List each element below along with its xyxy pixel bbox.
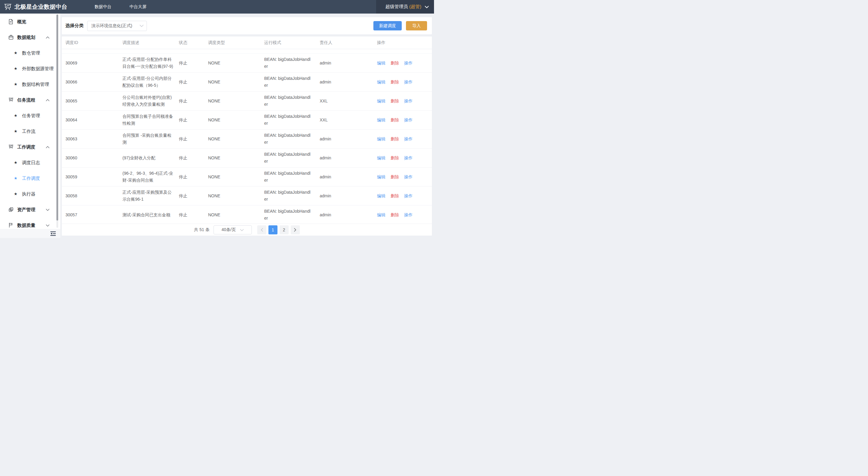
- table-row: 30059(96-2、96-3、96-4)正式-业财-采购合同台账停止NONEB…: [62, 168, 432, 186]
- operate-link[interactable]: 操作: [404, 193, 412, 199]
- schedule-table: 调度ID 调度描述 状态 调度类型 运行模式 责任人 操作 30069正式-应用…: [62, 36, 432, 236]
- user-name: 超级管理员 (超管): [385, 4, 421, 10]
- operate-link[interactable]: 操作: [404, 116, 412, 124]
- sidebar-group[interactable]: 概览: [0, 14, 60, 30]
- edit-link[interactable]: 编辑: [377, 98, 385, 105]
- cell-schedule-id: 30064: [65, 116, 122, 124]
- sidebar-item[interactable]: ★数据结构管理: [0, 76, 60, 92]
- sidebar-item[interactable]: ★外部数据源管理: [0, 61, 60, 76]
- category-select-value: 演示环境信息化(正式): [91, 23, 132, 29]
- edit-link[interactable]: 编辑: [377, 136, 385, 142]
- operate-link[interactable]: 操作: [404, 173, 412, 180]
- operate-link[interactable]: 操作: [404, 211, 412, 218]
- cell-type: NONE: [208, 98, 264, 105]
- cell-type: NONE: [208, 79, 264, 86]
- sidebar-group[interactable]: 资产管理: [0, 202, 60, 217]
- sidebar-footer: [0, 229, 60, 238]
- total-count: 共 51 条: [194, 227, 209, 233]
- sidebar-item[interactable]: ★执行器: [0, 186, 60, 202]
- sidebar-scrollbar-thumb[interactable]: [56, 14, 58, 220]
- next-page-button[interactable]: [291, 225, 300, 234]
- main-content: 选择分类 演示环境信息化(正式) 新建调度 导入 调度ID 调度描述 状态 调度…: [60, 13, 434, 238]
- delete-link[interactable]: 删除: [391, 155, 399, 162]
- sidebar-scrollbar: [56, 14, 58, 228]
- delete-link[interactable]: 删除: [391, 136, 399, 142]
- page-buttons: 12: [257, 225, 300, 234]
- cell-actions: 编辑删除操作: [377, 79, 432, 86]
- delete-link[interactable]: 删除: [391, 60, 399, 67]
- edit-link[interactable]: 编辑: [377, 173, 385, 180]
- operate-link[interactable]: 操作: [404, 60, 412, 67]
- layers-icon: [8, 207, 13, 212]
- chevron-down-icon: [46, 209, 50, 211]
- operate-link[interactable]: 操作: [404, 155, 412, 162]
- collapse-sidebar-button[interactable]: [50, 231, 56, 236]
- delete-link[interactable]: 删除: [391, 173, 399, 180]
- col-header-mode: 运行模式: [264, 40, 320, 45]
- col-header-status: 状态: [179, 40, 208, 45]
- sidebar-group[interactable]: 工作调度: [0, 139, 60, 155]
- edit-link[interactable]: 编辑: [377, 60, 385, 67]
- sidebar-group[interactable]: 数据规划: [0, 30, 60, 45]
- sidebar-item-label: 外部数据源管理: [22, 66, 54, 72]
- create-schedule-button[interactable]: 新建调度: [373, 21, 402, 30]
- cell-schedule-id: 30057: [65, 211, 122, 218]
- edit-link[interactable]: 编辑: [377, 116, 385, 124]
- sidebar-item[interactable]: ★工作流: [0, 124, 60, 139]
- app-header: 北极星企业数据中台 数据中台 中台大屏 超级管理员 (超管): [0, 0, 434, 13]
- cell-description: 合同预算台账子合同额准备性检测: [122, 113, 174, 127]
- cell-description: 正式-应用层-分配协作单科目台账-一次分配台账(97-9): [122, 56, 174, 70]
- col-header-actions: 操作: [377, 40, 432, 45]
- operate-link[interactable]: 操作: [404, 98, 412, 105]
- cell-status: 停止: [179, 98, 208, 105]
- table-row: 30060(97)业财收入分配停止NONEBEAN: bigDataJobHan…: [62, 148, 432, 168]
- cell-status: 停止: [179, 193, 208, 199]
- cell-type: NONE: [208, 211, 264, 218]
- cell-owner: admin: [320, 193, 377, 199]
- top-nav: 数据中台 中台大屏: [94, 3, 147, 11]
- category-select[interactable]: 演示环境信息化(正式): [87, 21, 147, 31]
- page-button-2[interactable]: 2: [280, 225, 289, 234]
- nav-item-data-platform[interactable]: 数据中台: [94, 3, 112, 11]
- col-header-desc: 调度描述: [122, 40, 179, 45]
- col-header-type: 调度类型: [208, 40, 264, 45]
- cell-schedule-id: 30069: [65, 60, 122, 67]
- chevron-down-icon: [425, 4, 429, 9]
- page-size-select[interactable]: 40条/页: [214, 225, 252, 234]
- sidebar-item-active[interactable]: ★工作调度: [0, 171, 60, 186]
- operate-link[interactable]: 操作: [404, 79, 412, 86]
- table-header-spacer: [62, 49, 432, 54]
- cell-run-mode: BEAN: bigDataJobHandler: [264, 56, 312, 70]
- edit-link[interactable]: 编辑: [377, 155, 385, 162]
- edit-link[interactable]: 编辑: [377, 193, 385, 199]
- nav-item-dashboard[interactable]: 中台大屏: [129, 3, 147, 11]
- star-icon: ★: [14, 113, 18, 118]
- delete-link[interactable]: 删除: [391, 79, 399, 86]
- sidebar-group[interactable]: 任务流程: [0, 92, 60, 108]
- star-icon: ★: [14, 160, 18, 165]
- sidebar-item[interactable]: ★任务管理: [0, 108, 60, 124]
- sidebar-item[interactable]: ★数仓管理: [0, 45, 60, 61]
- delete-link[interactable]: 删除: [391, 193, 399, 199]
- delete-link[interactable]: 删除: [391, 116, 399, 124]
- cell-schedule-id: 30060: [65, 155, 122, 162]
- filter-bar: 选择分类 演示环境信息化(正式) 新建调度 导入: [62, 17, 432, 34]
- cell-type: NONE: [208, 193, 264, 199]
- cell-run-mode: BEAN: bigDataJobHandler: [264, 94, 312, 108]
- cell-description: (96-2、96-3、96-4)正式-业财-采购合同台账: [122, 170, 174, 184]
- delete-link[interactable]: 删除: [391, 211, 399, 218]
- prev-page-button[interactable]: [257, 225, 266, 234]
- page-button-1[interactable]: 1: [269, 225, 277, 234]
- cell-schedule-id: 30066: [65, 79, 122, 86]
- sidebar-item[interactable]: ★调度日志: [0, 155, 60, 171]
- operate-link[interactable]: 操作: [404, 136, 412, 142]
- user-menu[interactable]: 超级管理员 (超管): [376, 0, 434, 13]
- delete-link[interactable]: 删除: [391, 98, 399, 105]
- cell-schedule-id: 30063: [65, 136, 122, 142]
- toolbar: 新建调度 导入: [373, 21, 427, 30]
- cell-actions: 编辑删除操作: [377, 211, 432, 218]
- import-button[interactable]: 导入: [406, 21, 427, 30]
- edit-link[interactable]: 编辑: [377, 211, 385, 218]
- sidebar-group-label: 数据质量: [17, 223, 35, 228]
- edit-link[interactable]: 编辑: [377, 79, 385, 86]
